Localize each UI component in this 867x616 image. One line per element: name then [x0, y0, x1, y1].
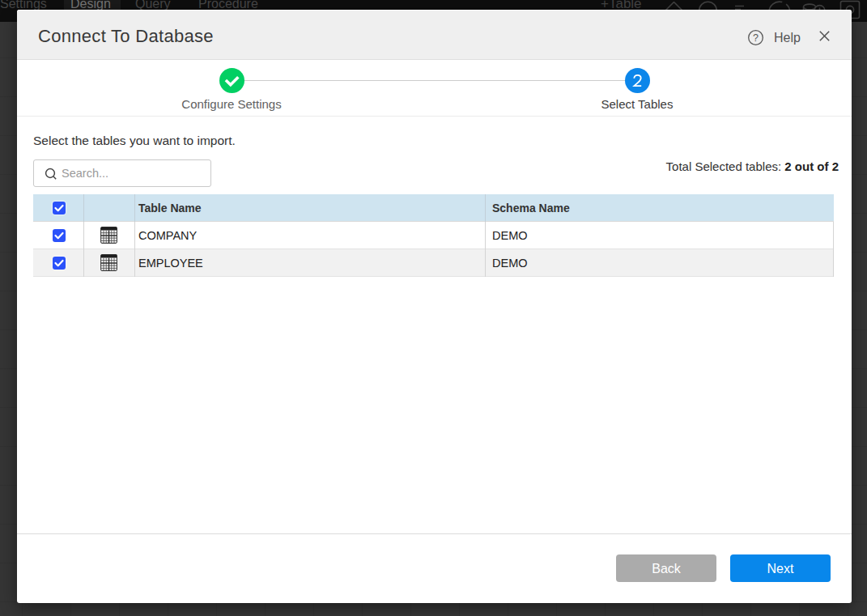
svg-text:?: ?: [753, 32, 759, 44]
